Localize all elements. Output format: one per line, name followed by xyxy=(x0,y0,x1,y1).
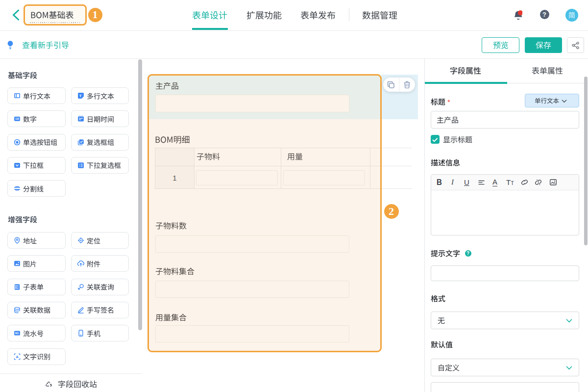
svg-text:T: T xyxy=(79,94,81,98)
svg-text:123: 123 xyxy=(15,118,19,121)
svg-text:NO.: NO. xyxy=(15,332,19,335)
svg-text:A: A xyxy=(16,354,19,359)
